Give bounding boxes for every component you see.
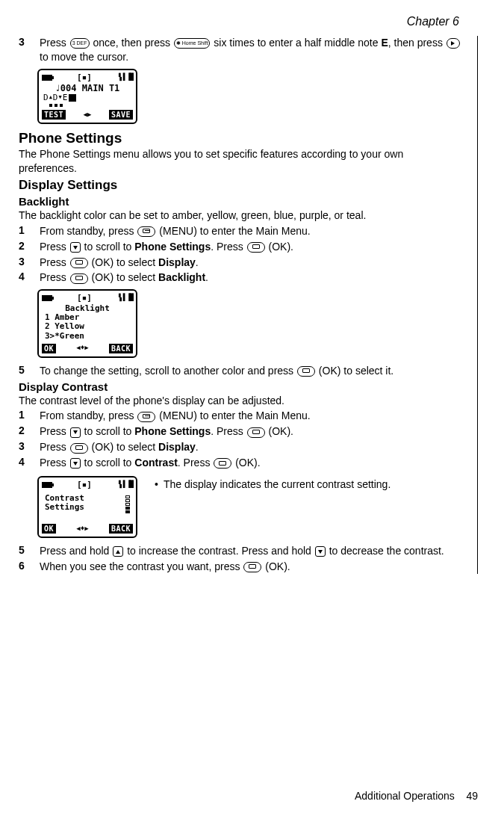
footer-page-number: 49 (466, 790, 478, 802)
lcd-row: 2 Yellow (45, 322, 130, 331)
text: to move the cursor. (40, 51, 128, 63)
lcd-body: Contrast Settings (42, 489, 133, 522)
step-number: 2 (19, 240, 40, 254)
heading-display-contrast: Display Contrast (19, 380, 464, 393)
text: . Press (178, 457, 213, 469)
step-b4: 4 Press (OK) to select Backlight. (19, 271, 464, 285)
lcd-screen-2: [▪] ▝▖▌▐█ Backlight 1 Amber 2 Yellow 3>*… (37, 289, 137, 357)
step-text: Press to scroll to Phone Settings. Press… (40, 424, 464, 439)
text-bold: Contrast (134, 457, 178, 469)
text: (MENU) to enter the Main Menu. (156, 409, 310, 421)
chapter-header: Chapter 6 (19, 15, 478, 28)
ticks (42, 104, 133, 107)
key-ok (214, 458, 231, 469)
step-number: 1 (19, 224, 40, 238)
text: to scroll to (81, 241, 135, 253)
text: E (63, 93, 68, 102)
step-b2: 2 Press to scroll to Phone Settings. Pre… (19, 240, 464, 254)
key-ok (70, 258, 88, 268)
lcd-status-row: [▪] ▝▖▌▐█ (42, 294, 133, 303)
key-ok (243, 562, 261, 572)
text: Press (40, 425, 69, 437)
text: to scroll to (81, 425, 135, 437)
step-text: When you see the contrast you want, pres… (40, 560, 464, 574)
key-ok (70, 443, 88, 454)
step-number: 5 (19, 364, 40, 378)
down-icon: ▼ (58, 95, 61, 101)
text: Press (40, 271, 69, 283)
softkey-save: SAVE (109, 110, 133, 120)
text: once, then press (90, 37, 173, 49)
heading-display-settings: Display Settings (19, 178, 464, 193)
step-number: 3 (19, 440, 40, 454)
key-ok (70, 273, 88, 284)
text: Press (40, 241, 69, 253)
step-text: Press (OK) to select Display. (40, 440, 464, 454)
text: , then press (388, 37, 446, 49)
text: to scroll to (81, 457, 135, 469)
step-number: 5 (19, 544, 40, 558)
step-b1: 1 From standby, press (MENU) to enter th… (19, 224, 464, 238)
text: (OK). (266, 425, 293, 437)
lcd-status-row: [▪] ▝▖▌▐█ (42, 73, 133, 82)
text-bold: Phone Settings (134, 241, 211, 253)
key-ok (247, 427, 265, 438)
nav-arrows-icon: ◀♦▶ (76, 344, 88, 352)
up-icon: ▲ (49, 95, 52, 101)
nav-arrows-icon: ◀♦▶ (76, 525, 88, 533)
signal-icon: ▝▖▌▐█ (116, 294, 133, 302)
text: When you see the contrast you want, pres… (40, 560, 243, 572)
text: (OK) to select (89, 256, 158, 268)
lcd-softkeys: OK ◀♦▶ BACK (42, 344, 133, 353)
softkey-ok: OK (42, 524, 56, 534)
step-d4: 4 Press to scroll to Contrast. Press (OK… (19, 456, 464, 470)
text-bold: E (381, 37, 388, 49)
step-number: 4 (19, 456, 40, 470)
softkey-back: BACK (109, 344, 133, 353)
key-down (70, 427, 81, 438)
step-d2: 2 Press to scroll to Phone Settings. Pre… (19, 424, 464, 439)
text: (OK) to select it. (316, 365, 393, 377)
text: From standby, press (40, 225, 137, 237)
step-e5: 5 Press and hold to increase the contras… (19, 544, 464, 558)
key-right (447, 38, 460, 49)
lcd-line: Settings (45, 503, 84, 512)
key-ok (247, 242, 265, 253)
text: six times to enter a half middle note (211, 37, 381, 49)
lcd-body: Backlight 1 Amber 2 Yellow 3>*Green (42, 303, 133, 341)
step-d1: 1 From standby, press (MENU) to enter th… (19, 409, 464, 423)
text-bold: Display (158, 256, 196, 268)
signal-icon: ▝▖▌▐█ (116, 74, 133, 81)
text: . Press (211, 241, 246, 253)
note-text: The display indicates the current contra… (149, 477, 464, 492)
main-content: 3 Press 3 DEF once, then press ✱ Home Sh… (19, 36, 478, 574)
step-b3: 3 Press (OK) to select Display. (19, 256, 464, 270)
text: (OK). (266, 241, 293, 253)
lcd-line: ♩004 MAIN T1 (42, 84, 133, 93)
step-number: 2 (19, 424, 40, 439)
note-area: The display indicates the current contra… (149, 472, 464, 492)
step-text: Press (OK) to select Display. (40, 256, 464, 270)
text: To change the setting, scroll to another… (40, 365, 296, 377)
step-text: Press to scroll to Contrast. Press (OK). (40, 456, 464, 470)
key-up (113, 546, 123, 557)
contrast-level-bars (125, 495, 130, 513)
softkey-test: TEST (42, 110, 66, 120)
key-ok (297, 366, 315, 377)
text: Press (40, 256, 69, 268)
text: (MENU) to enter the Main Menu. (156, 225, 310, 237)
text: (OK) to select (89, 271, 158, 283)
brackets-icon: [▪] (77, 480, 92, 489)
page-footer: Additional Operations 49 (355, 790, 478, 802)
step-text: From standby, press (MENU) to enter the … (40, 409, 464, 423)
step-text: Press to scroll to Phone Settings. Press… (40, 240, 464, 254)
text: (OK). (262, 560, 290, 572)
battery-icon (42, 482, 52, 488)
lcd-body: ♩004 MAIN T1 D▲D▼ E (42, 82, 133, 108)
step-text: Press (OK) to select Backlight. (40, 271, 464, 285)
text: . Press (211, 425, 246, 437)
battery-icon (42, 295, 52, 301)
signal-icon: ▝▖▌▐█ (116, 481, 133, 489)
text: . (196, 256, 199, 268)
text: From standby, press (40, 409, 137, 421)
